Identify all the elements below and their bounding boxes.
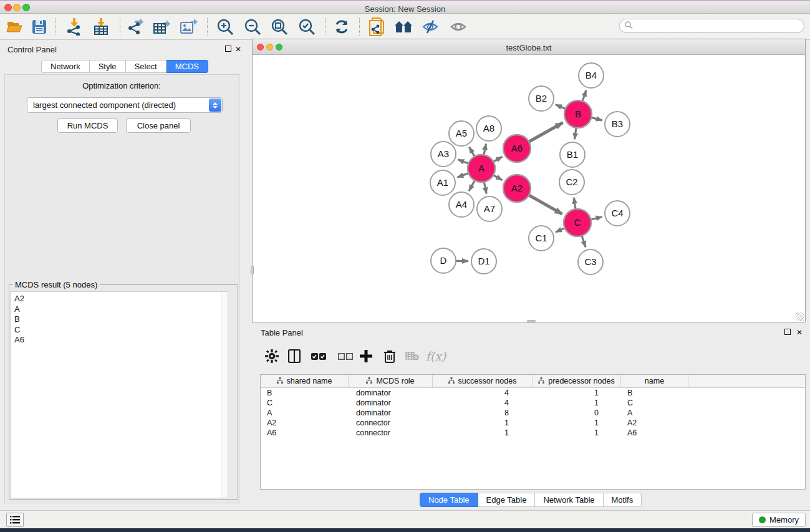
node-table[interactable]: shared nameMCDS rolesuccessor nodesprede…	[260, 374, 806, 490]
cell[interactable]: 4	[433, 388, 533, 398]
zoom-in-icon[interactable]	[214, 16, 236, 37]
run-mcds-button[interactable]: Run MCDS	[57, 118, 118, 133]
column-header-shared-name[interactable]: shared name	[261, 375, 349, 387]
open-session-icon[interactable]	[3, 16, 26, 37]
cell[interactable]: dominator	[349, 408, 433, 418]
mcds-result-item[interactable]: A	[14, 304, 228, 315]
cell[interactable]: 1	[533, 418, 621, 428]
mcds-result-item[interactable]: B	[14, 314, 228, 325]
zoom-selected-icon[interactable]	[296, 16, 318, 37]
select-all-columns-icon[interactable]	[308, 346, 329, 367]
add-row-icon[interactable]	[355, 346, 377, 367]
toolbar-separator	[55, 18, 55, 36]
tab-network[interactable]: Network	[41, 60, 90, 73]
horizontal-split-handle[interactable]	[527, 320, 536, 323]
cell[interactable]: A6	[621, 428, 688, 438]
export-network-icon[interactable]	[125, 16, 147, 37]
delete-row-icon[interactable]	[379, 346, 400, 367]
column-type-icon	[277, 377, 283, 385]
zoom-fit-icon[interactable]	[268, 16, 291, 37]
table-row[interactable]: Cdominator41C	[261, 398, 805, 408]
column-settings-icon[interactable]	[261, 346, 282, 367]
function-builder-icon[interactable]: f(x)	[425, 346, 446, 367]
node-table-body: Bdominator41BCdominator41CAdominator80AA…	[261, 388, 805, 438]
search-box[interactable]	[619, 19, 804, 33]
home-icon[interactable]	[392, 16, 415, 37]
close-panel-button[interactable]: Close panel	[126, 118, 191, 133]
cell[interactable]: 1	[433, 428, 533, 438]
column-header-name[interactable]: name	[621, 375, 688, 387]
vertical-split-handle[interactable]	[251, 266, 254, 274]
import-network-icon[interactable]	[63, 16, 85, 37]
float-panel-icon[interactable]	[225, 46, 231, 52]
fx-label: f(x)	[426, 349, 446, 363]
cell[interactable]: 1	[533, 388, 621, 398]
column-header-MCDS-role[interactable]: MCDS role	[349, 375, 433, 387]
cell[interactable]: A	[621, 408, 688, 418]
new-network-file-icon[interactable]	[366, 16, 388, 37]
apply-layout-icon[interactable]	[330, 16, 353, 37]
unselect-all-columns-icon[interactable]	[335, 346, 356, 367]
task-history-button[interactable]	[6, 513, 24, 527]
column-type-icon	[538, 377, 544, 385]
cell[interactable]: A2	[621, 418, 688, 428]
memory-button[interactable]: Memory	[752, 513, 806, 527]
table-row[interactable]: A6connector11A6	[261, 428, 805, 438]
cell[interactable]: 1	[433, 418, 533, 428]
tab-motifs[interactable]: Motifs	[604, 493, 642, 507]
zoom-out-icon[interactable]	[241, 16, 264, 37]
column-header-successor-nodes[interactable]: successor nodes	[433, 375, 533, 387]
tab-network-table[interactable]: Network Table	[535, 493, 603, 507]
cell[interactable]: 1	[533, 398, 621, 408]
cell[interactable]: A2	[261, 418, 349, 428]
column-header-predecessor-nodes[interactable]: predecessor nodes	[533, 375, 621, 387]
tab-node-table[interactable]: Node Table	[420, 493, 478, 507]
criterion-select[interactable]: largest connected component (directed)	[27, 97, 223, 113]
node-label-A3: A3	[438, 148, 449, 159]
cell[interactable]: 4	[433, 398, 533, 408]
cell[interactable]: B	[621, 388, 688, 398]
table-row[interactable]: A2connector11A2	[261, 418, 805, 428]
cell[interactable]: 1	[533, 428, 621, 438]
table-row[interactable]: Bdominator41B	[261, 388, 805, 398]
control-panel-title: Control Panel	[7, 45, 57, 54]
node-label-B1: B1	[567, 149, 578, 160]
mcds-result-item[interactable]: A6	[14, 335, 228, 346]
tab-mcds[interactable]: MCDS	[166, 60, 208, 73]
network-window-titlebar[interactable]: testGlobe.txt	[253, 39, 805, 55]
cell[interactable]: dominator	[349, 388, 433, 398]
node-label-A8: A8	[483, 123, 494, 133]
delete-table-icon[interactable]	[402, 346, 423, 367]
save-session-icon[interactable]	[28, 16, 51, 37]
cell[interactable]: connector	[349, 428, 433, 438]
table-float-panel-icon[interactable]	[784, 329, 791, 335]
export-image-icon[interactable]	[178, 16, 200, 37]
cell[interactable]: A6	[261, 428, 349, 438]
tab-select[interactable]: Select	[126, 60, 166, 73]
cell[interactable]: B	[261, 388, 349, 398]
cell[interactable]: C	[261, 398, 349, 408]
tab-style[interactable]: Style	[90, 60, 126, 73]
export-table-icon[interactable]	[151, 16, 173, 37]
cell[interactable]: dominator	[349, 398, 433, 408]
cell[interactable]: C	[621, 398, 688, 408]
network-graph-canvas[interactable]: B4B2BB3A8A5A6A3B1AC2A1A2A4A7C4CC1C3DD1	[253, 55, 805, 322]
search-input[interactable]	[636, 22, 804, 31]
mcds-result-item[interactable]: A2	[14, 294, 228, 304]
cell[interactable]: connector	[349, 418, 433, 428]
hide-graphics-details-icon[interactable]	[419, 16, 441, 37]
table-row[interactable]: Adominator80A	[261, 408, 805, 418]
close-panel-icon[interactable]: ✕	[235, 46, 241, 53]
mcds-result-scrollbar[interactable]	[221, 292, 228, 498]
mcds-result-item[interactable]: C	[14, 325, 228, 336]
cell[interactable]: 8	[433, 408, 533, 418]
import-table-icon[interactable]	[90, 16, 112, 37]
tab-edge-table[interactable]: Edge Table	[478, 493, 536, 507]
show-graphics-details-icon[interactable]	[447, 16, 470, 37]
window-resize-grip[interactable]	[796, 312, 804, 321]
create-column-icon[interactable]	[284, 346, 305, 367]
cell[interactable]: 0	[533, 408, 621, 418]
cell[interactable]: A	[261, 408, 349, 418]
table-close-panel-icon[interactable]: ✕	[796, 329, 803, 336]
table-panel-title: Table Panel	[261, 328, 303, 337]
